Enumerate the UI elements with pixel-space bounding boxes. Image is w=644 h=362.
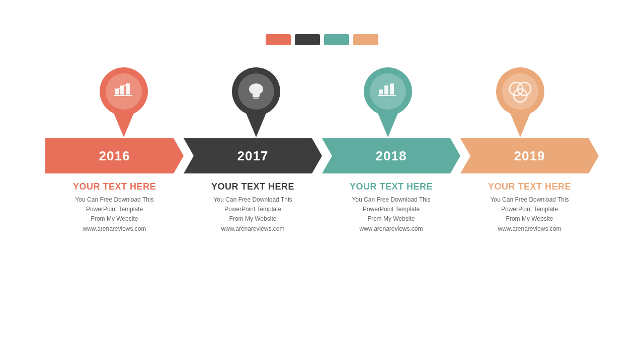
pin-container-2019 [460,65,581,138]
legend-color-3 [353,34,378,45]
legend-color-1 [295,34,320,45]
svg-rect-15 [379,89,383,95]
text-body-2019: You Can Free Download ThisPowerPoint Tem… [490,195,569,234]
arrow-year-2016: 2016 [99,148,130,164]
svg-marker-9 [245,111,267,137]
svg-rect-16 [384,85,388,95]
legend-color-2 [324,34,349,45]
main-content: 2016201720182019 YOUR TEXT HEREYou Can F… [0,65,644,234]
pin-container-2017 [196,65,316,138]
svg-marker-13 [377,111,399,137]
text-block-2019: YOUR TEXT HEREYou Can Free Download This… [460,182,599,234]
arrow-year-2017: 2017 [237,148,269,164]
text-heading-2016: YOUR TEXT HERE [73,182,156,192]
text-body-2017: You Can Free Download ThisPowerPoint Tem… [213,195,292,234]
text-block-2017: YOUR TEXT HEREYou Can Free Download This… [184,182,322,234]
text-body-2018: You Can Free Download ThisPowerPoint Tem… [352,195,430,234]
text-body-2016: You Can Free Download ThisPowerPoint Tem… [75,195,153,234]
arrow-segment-2019: 2019 [460,138,599,173]
arrow-segment-2018: 2018 [322,138,460,173]
text-block-2018: YOUR TEXT HEREYou Can Free Download This… [322,182,460,234]
svg-point-21 [502,73,538,110]
svg-point-7 [127,83,129,86]
arrow-year-2019: 2019 [514,148,545,164]
text-row: YOUR TEXT HEREYou Can Free Download This… [45,182,599,234]
pins-row [58,65,586,138]
text-block-2016: YOUR TEXT HEREYou Can Free Download This… [45,182,184,234]
text-heading-2017: YOUR TEXT HERE [211,182,294,192]
text-heading-2018: YOUR TEXT HERE [350,182,433,192]
arrow-year-2018: 2018 [376,148,407,164]
arrow-segment-2016: 2016 [45,138,184,173]
svg-marker-20 [509,111,531,137]
legend-color-0 [266,34,291,45]
arrow-segment-2017: 2017 [184,138,322,173]
pin-container-2016 [63,65,184,138]
arrows-row: 2016201720182019 [45,138,599,173]
legend [266,34,378,45]
text-heading-2019: YOUR TEXT HERE [488,182,571,192]
svg-rect-17 [390,83,394,95]
pin-container-2018 [328,65,448,138]
svg-marker-1 [113,111,135,137]
